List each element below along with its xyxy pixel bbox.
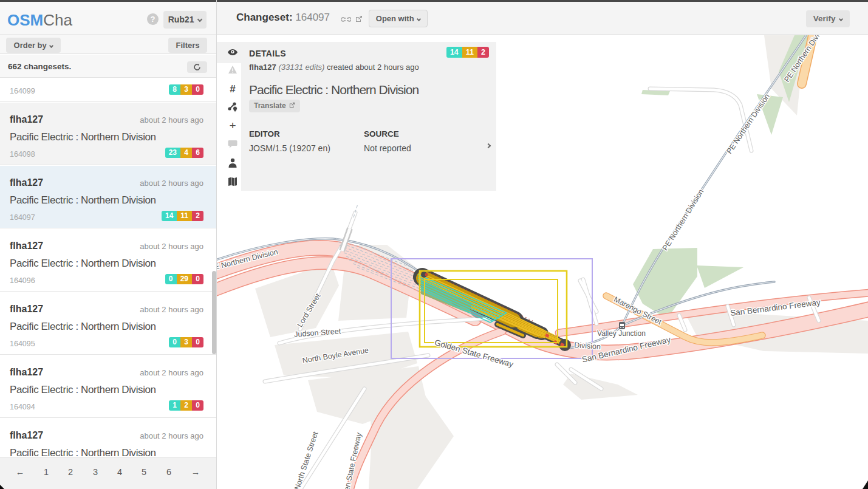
svg-text:Valley Junction: Valley Junction bbox=[597, 329, 646, 338]
svg-text:PE Northern Division: PE Northern Division bbox=[661, 188, 705, 252]
